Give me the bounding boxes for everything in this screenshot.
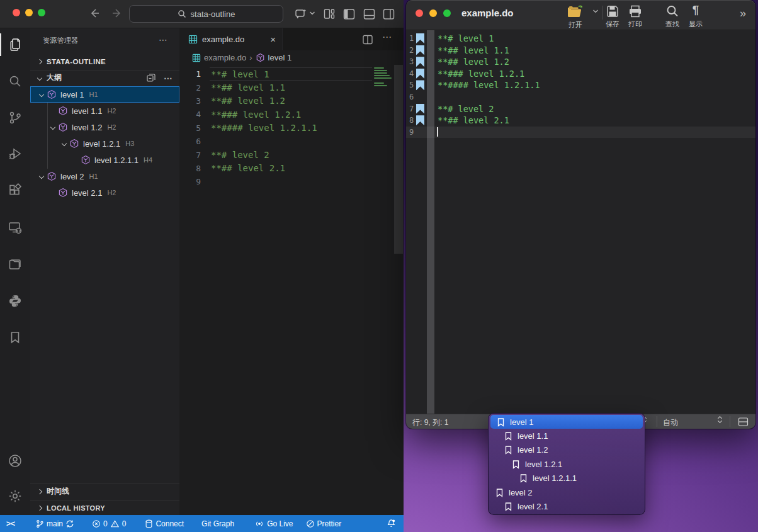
bookmark-popup-menu: level 1 level 1.1 level 1.2 level 1.2.1 … xyxy=(488,413,645,515)
minimize-traffic-light[interactable] xyxy=(429,9,437,17)
outline-item-level-1-2-1[interactable]: level 1.2.1 H3 xyxy=(30,135,179,152)
editor-more-icon[interactable]: ⋯ xyxy=(382,31,392,43)
bookmark-flag-icon[interactable] xyxy=(416,45,424,55)
run-debug-icon[interactable] xyxy=(0,140,30,168)
find-button[interactable]: 查找 xyxy=(665,4,679,29)
minimize-traffic-light[interactable] xyxy=(25,9,33,16)
close-tab-icon[interactable]: × xyxy=(270,34,276,45)
stata-file-icon xyxy=(188,35,198,44)
collapse-all-icon[interactable] xyxy=(146,73,156,83)
git-branch-item[interactable]: main xyxy=(31,515,79,532)
activity-bar xyxy=(0,28,30,515)
outline-item-level-1-1[interactable]: level 1.1 H2 xyxy=(30,103,179,119)
cursor-position: 行: 9, 列: 1 xyxy=(412,417,448,428)
prettier-item[interactable]: Prettier xyxy=(302,515,346,532)
outline-more-icon[interactable]: ⋯ xyxy=(164,73,173,83)
outline-section-header[interactable]: 大纲 ⋯ xyxy=(30,70,179,85)
code-line-current: 9 xyxy=(406,127,755,139)
popup-item-level-1-2-1[interactable]: level 1.2.1 xyxy=(489,457,645,471)
project-manager-icon[interactable] xyxy=(0,251,30,278)
layout-customize-icon[interactable] xyxy=(323,8,336,20)
vscode-titlebar: stata-outline xyxy=(0,0,404,28)
editor-scrollbar[interactable] xyxy=(394,65,403,254)
outline-item-level-1[interactable]: level 1 H1 xyxy=(30,86,179,103)
folder-section-header[interactable]: STATA-OUTLINE xyxy=(30,55,179,69)
close-traffic-light[interactable] xyxy=(416,9,423,17)
tab-example-do[interactable]: example.do × xyxy=(179,28,283,50)
code-line: 7**# level 2 xyxy=(406,103,755,115)
code-line: 5**#### level 1.2.1.1 xyxy=(179,122,404,135)
print-button[interactable]: 打印 xyxy=(628,4,643,29)
python-icon[interactable] xyxy=(0,287,30,315)
copilot-chat-icon[interactable] xyxy=(295,8,307,20)
back-arrow-icon[interactable] xyxy=(88,7,101,20)
open-chevron-icon[interactable] xyxy=(592,9,599,14)
code-editor[interactable]: 1**# level 1 2**## level 1.1 3**## level… xyxy=(179,65,404,515)
outline-item-level-2-1[interactable]: level 2.1 H2 xyxy=(30,184,179,201)
local-history-section-header[interactable]: LOCAL HISTORY xyxy=(30,500,179,515)
chevron-down-icon[interactable] xyxy=(309,11,315,16)
editor-group: example.do × ⋯ example.do › level 1 1**#… xyxy=(179,28,404,515)
popup-item-level-1-2-1-1[interactable]: level 1.2.1.1 xyxy=(489,472,645,485)
forward-arrow-icon[interactable] xyxy=(111,7,123,20)
git-graph-item[interactable]: Git Graph xyxy=(197,515,239,532)
auto-indent-select[interactable]: 自动 xyxy=(663,417,678,428)
remote-indicator[interactable]: >< xyxy=(0,515,20,532)
search-icon xyxy=(178,9,186,18)
outline-item-level-1-2[interactable]: level 1.2 H2 xyxy=(30,119,179,135)
stata-dofile-editor-window: example.do 打开 保存 打印 查找 ¶ 显示 » 1**# level… xyxy=(406,0,755,429)
popup-item-level-1-1[interactable]: level 1.1 xyxy=(489,429,645,443)
save-button[interactable]: 保存 xyxy=(606,4,619,29)
stata-file-icon xyxy=(192,54,201,62)
problems-item[interactable]: 0 0 xyxy=(88,515,130,532)
remote-explorer-icon[interactable] xyxy=(0,214,30,242)
close-traffic-light[interactable] xyxy=(13,9,20,16)
code-line: 1**# level 1 xyxy=(179,67,404,81)
maximize-traffic-light[interactable] xyxy=(443,9,451,17)
bookmark-flag-icon[interactable] xyxy=(416,57,424,67)
code-line: 2**## level 1.1 xyxy=(406,45,755,57)
connect-item[interactable]: Connect xyxy=(140,515,188,532)
popup-item-level-2[interactable]: level 2 xyxy=(489,485,645,499)
settings-gear-icon[interactable] xyxy=(0,482,30,510)
popup-item-level-1-2[interactable]: level 1.2 xyxy=(489,443,645,457)
maximize-traffic-light[interactable] xyxy=(38,9,45,16)
timeline-section-header[interactable]: 时间线 xyxy=(30,484,179,499)
search-sidebar-icon[interactable] xyxy=(0,67,30,95)
toggle-left-panel-icon[interactable] xyxy=(342,8,356,21)
bookmark-flag-icon[interactable] xyxy=(416,115,424,125)
split-view-icon[interactable] xyxy=(738,417,749,427)
bookmark-flag-icon[interactable] xyxy=(416,33,424,43)
go-live-item[interactable]: Go Live xyxy=(250,515,297,532)
bookmark-flag-icon[interactable] xyxy=(416,104,424,114)
toggle-bottom-panel-icon[interactable] xyxy=(363,8,376,21)
outline-item-level-1-2-1-1[interactable]: level 1.2.1.1 H4 xyxy=(30,152,179,168)
minimap[interactable] xyxy=(374,67,393,88)
outline-tree: level 1 H1 level 1.1 H2 level 1.2 H2 lev… xyxy=(30,86,179,201)
sidebar-more-icon[interactable]: ⋯ xyxy=(159,35,168,45)
bookmark-flag-icon[interactable] xyxy=(416,80,424,90)
code-line: 3**## level 1.2 xyxy=(179,94,404,108)
notifications-bell-icon[interactable] xyxy=(382,515,404,532)
auto-select-stepper[interactable] xyxy=(718,417,721,422)
extensions-icon[interactable] xyxy=(0,177,30,205)
bookmarks-icon[interactable] xyxy=(0,324,30,351)
toggle-right-panel-icon[interactable] xyxy=(382,8,395,21)
command-center-search[interactable]: stata-outline xyxy=(129,5,283,23)
outline-item-level-2[interactable]: level 2 H1 xyxy=(30,168,179,184)
breadcrumb-file[interactable]: example.do xyxy=(204,53,246,62)
accounts-icon[interactable] xyxy=(0,447,30,475)
split-editor-icon[interactable] xyxy=(362,34,373,45)
stata-code-editor[interactable]: 1**# level 1 2**## level 1.1 3**## level… xyxy=(406,30,755,414)
explorer-icon[interactable] xyxy=(0,31,30,59)
popup-item-level-1[interactable]: level 1 xyxy=(490,415,643,429)
sync-icon xyxy=(65,519,74,528)
breadcrumb[interactable]: example.do › level 1 xyxy=(179,50,404,65)
source-control-icon[interactable] xyxy=(0,104,30,132)
show-invisibles-button[interactable]: ¶ 显示 xyxy=(689,3,703,29)
popup-item-level-2-1[interactable]: level 2.1 xyxy=(489,499,645,513)
open-button[interactable]: 打开 xyxy=(567,4,584,30)
toolbar-overflow-icon[interactable]: » xyxy=(740,7,746,20)
breadcrumb-symbol[interactable]: level 1 xyxy=(268,53,292,62)
bookmark-flag-icon[interactable] xyxy=(416,69,424,79)
